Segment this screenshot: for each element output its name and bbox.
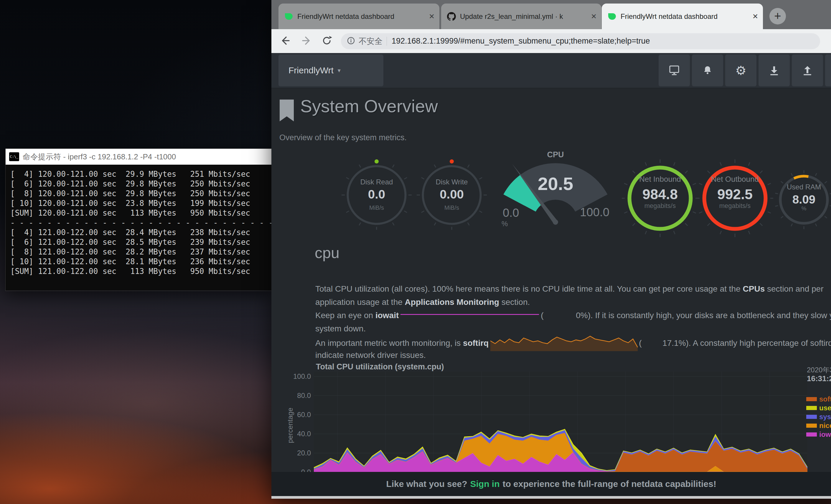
close-icon[interactable]: ✕ (429, 12, 435, 21)
address-bar[interactable]: 不安全 192.168.2.1:19999/#menu_system_subme… (341, 33, 820, 49)
new-tab-button[interactable]: + (769, 8, 786, 25)
legend-item-iowait[interactable]: iowait (806, 431, 831, 438)
help-text: ). If it is constantly high, your disks … (588, 311, 831, 320)
gauge-value: 8.09 (774, 193, 831, 206)
iowait-value: 0% (544, 309, 588, 322)
cpus-link[interactable]: CPUs (743, 284, 765, 293)
tab-friendlywrt-dashboard-2[interactable]: FriendlyWrt netdata dashboard ✕ (602, 3, 763, 29)
omnibox-divider (386, 37, 387, 46)
desktop-wallpaper: { "terminal": { "title": "命令提示符 - iperf3… (0, 0, 831, 504)
site-info-icon[interactable] (347, 36, 355, 46)
help-text: section and per (765, 284, 823, 293)
gauge-net-outbound[interactable]: Net Outbound 992.5 megabits/s (697, 155, 773, 239)
chart-title: Total CPU utilization (system.cpu) (316, 362, 444, 372)
forward-button[interactable] (300, 34, 313, 48)
gauge-value: 20.5 (501, 173, 610, 194)
sign-in-link[interactable]: Sign in (470, 479, 499, 489)
gauge-value: 0.0 (341, 187, 412, 202)
gauge-value: 992.5 (697, 186, 773, 202)
legend-item-softirq[interactable]: softirq (806, 395, 831, 403)
iowait-label: iowait (375, 311, 399, 320)
gauge-units: megabits/s (622, 202, 698, 210)
legend-item-system[interactable]: system (806, 413, 831, 421)
cmd-prompt-icon: C:\_ (9, 152, 19, 161)
gauge-used-ram[interactable]: Used RAM 8.09 % (774, 165, 831, 234)
signin-text: to experience the full-range of netdata … (503, 479, 716, 489)
softirq-label: softirq (463, 338, 489, 348)
help-text: An important metric worth monitoring, is (315, 338, 463, 348)
netdata-icon (284, 12, 293, 21)
gauge-label: Used RAM (774, 183, 831, 191)
close-icon[interactable]: ✕ (752, 12, 758, 21)
terminal-output: [ 4] 120.00-121.00 sec 29.9 MBytes 251 M… (10, 169, 271, 276)
monitor-icon (668, 65, 681, 76)
reload-button[interactable] (320, 34, 333, 48)
y-tick-label: 100.0 (293, 372, 311, 381)
settings-button[interactable]: ⚙ (725, 55, 756, 86)
gauge-disk-write[interactable]: Disk Write 0.00 MiB/s (417, 156, 487, 230)
tab-title: Update r2s_lean_minimal.yml · k (460, 12, 587, 21)
print-dashboard-button[interactable] (659, 55, 690, 86)
host-name: FriendlyWrt (288, 65, 334, 76)
gauge-net-inbound[interactable]: Net Inbound 984.8 megabits/s (622, 155, 698, 239)
alarms-button[interactable] (692, 55, 723, 86)
chart-y-axis: 0.020.040.060.080.0100.0 (280, 372, 311, 478)
gauge-units: % (774, 205, 831, 212)
gauge-min: 0.0 (503, 206, 519, 219)
legend-swatch (806, 397, 817, 401)
tab-friendlywrt-dashboard-1[interactable]: FriendlyWrt netdata dashboard ✕ (279, 3, 439, 29)
legend-swatch (806, 423, 817, 428)
terminal-window: C:\_ 命令提示符 - iperf3 -c 192.168.1.2 -P4 -… (5, 148, 272, 291)
browser-window-bottom-edge (271, 496, 831, 499)
import-settings-button[interactable] (758, 55, 790, 86)
gauge-label: Net Inbound (622, 175, 698, 184)
gauge-label: Disk Write (417, 178, 487, 186)
gear-icon: ⚙ (735, 63, 746, 78)
page-subtitle: Overview of the key system metrics. (279, 133, 407, 142)
softirq-sparkline (489, 338, 639, 348)
legend-item-nice[interactable]: nice (806, 422, 831, 429)
gauge-max: 100.0 (580, 206, 609, 219)
applications-monitoring-link[interactable]: Applications Monitoring (405, 297, 499, 307)
gauge-label: CPU (501, 150, 610, 159)
y-tick-label: 20.0 (297, 449, 311, 457)
close-icon[interactable]: ✕ (591, 12, 597, 21)
upload-icon (802, 65, 813, 76)
legend-swatch (806, 433, 817, 437)
gauge-disk-read[interactable]: Disk Read 0.0 MiB/s (341, 156, 412, 230)
gauge-cpu[interactable]: CPU 20.5 0.0 100.0 % (501, 148, 610, 232)
help-text: system down. (315, 324, 366, 333)
help-text: Total CPU utilization (all cores). 100% … (315, 284, 743, 293)
security-label[interactable]: 不安全 (359, 36, 382, 47)
cpu-utilization-chart[interactable] (314, 372, 807, 472)
gauge-value: 0.00 (417, 187, 487, 202)
browser-window: FriendlyWrt netdata dashboard ✕ Update r… (271, 0, 831, 499)
terminal-titlebar[interactable]: C:\_ 命令提示符 - iperf3 -c 192.168.1.2 -P4 -… (6, 149, 271, 165)
bell-icon (701, 65, 713, 76)
help-text: section. (499, 297, 530, 307)
signin-text: Like what you see? (386, 479, 467, 489)
gauge-units: % (502, 220, 508, 228)
help-button-partial[interactable] (825, 55, 831, 86)
legend-item-user[interactable]: user (806, 404, 831, 412)
tab-github-update-yml[interactable]: Update r2s_lean_minimal.yml · k ✕ (441, 3, 601, 29)
terminal-title: 命令提示符 - iperf3 -c 192.168.1.2 -P4 -t1000 (23, 152, 176, 162)
gauge-units: MiB/s (341, 204, 412, 211)
chevron-down-icon: ▾ (338, 67, 341, 74)
export-settings-button[interactable] (792, 55, 823, 86)
y-tick-label: 40.0 (297, 430, 311, 438)
y-tick-label: 60.0 (297, 411, 311, 419)
github-icon (447, 12, 456, 21)
gauge-value: 984.8 (622, 186, 698, 202)
help-text: ( (541, 311, 543, 320)
url-text[interactable]: 192.168.2.1:19999/#menu_system_submenu_c… (392, 36, 650, 46)
gauge-label: Net Outbound (697, 175, 773, 184)
host-selector-dropdown[interactable]: FriendlyWrt ▾ (279, 55, 383, 86)
gauge-units: megabits/s (697, 202, 773, 210)
chart-time: 16:31:2 (807, 374, 831, 383)
tab-strip: FriendlyWrt netdata dashboard ✕ Update r… (271, 0, 831, 29)
back-button[interactable] (279, 34, 292, 48)
tab-title: FriendlyWrt netdata dashboard (297, 12, 425, 21)
page-title: System Overview (300, 96, 438, 116)
cpu-section-heading: cpu (315, 244, 340, 262)
